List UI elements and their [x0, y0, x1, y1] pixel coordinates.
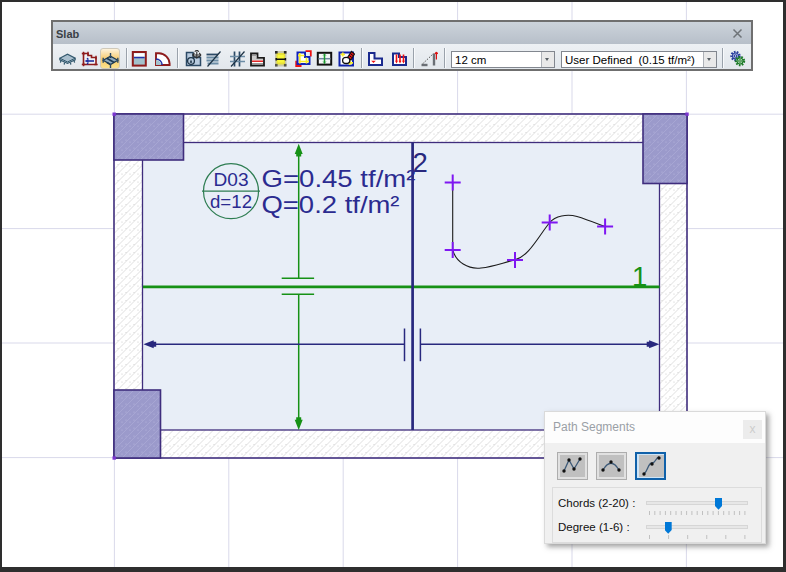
svg-text:d=12: d=12: [210, 192, 252, 212]
svg-text:Q=0.2 tf/m²: Q=0.2 tf/m²: [262, 191, 400, 218]
svg-text:D03: D03: [214, 170, 249, 190]
svg-text:1: 1: [632, 261, 647, 292]
svg-text:G=0.45 tf/m²: G=0.45 tf/m²: [262, 165, 416, 192]
